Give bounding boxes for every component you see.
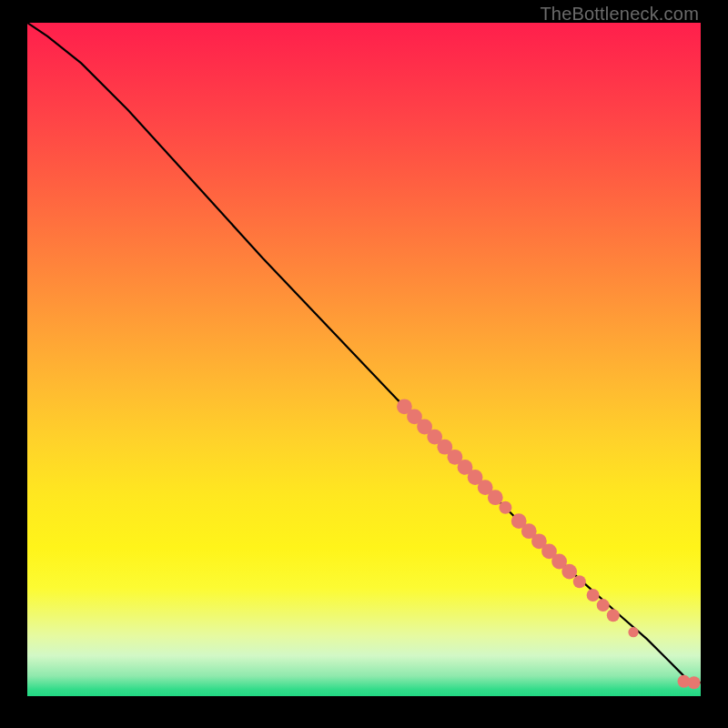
data-marker [587,589,600,602]
data-marker [488,490,503,505]
chart-stage: TheBottleneck.com [0,0,728,728]
bottleneck-curve-line [27,23,701,682]
chart-svg [27,23,701,696]
plot-area [27,23,701,696]
data-marker [561,564,577,580]
data-marker [628,627,638,637]
data-marker [688,676,701,689]
data-marker [573,575,586,588]
data-marker [499,501,511,514]
data-marker [607,609,620,622]
watermark-text: TheBottleneck.com [540,4,699,25]
data-marker [597,599,610,612]
